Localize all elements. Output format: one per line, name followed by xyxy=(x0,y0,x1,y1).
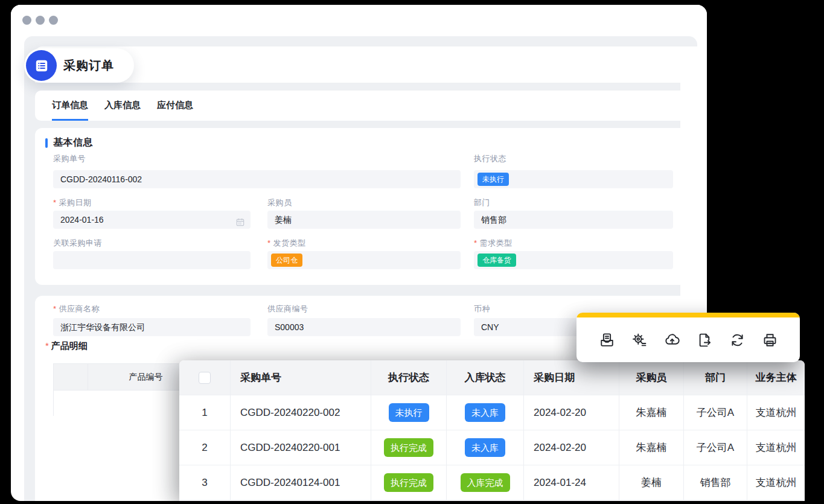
related-request-label: 关联采购申请 xyxy=(53,238,102,249)
page-title: 采购订单 xyxy=(63,57,114,74)
section-title: 基本信息 xyxy=(53,136,93,149)
toolbar-accent-bar xyxy=(576,313,800,317)
department-cell: 子公司A xyxy=(684,430,747,465)
print-icon[interactable] xyxy=(761,331,778,348)
supplier-name-input[interactable]: 浙江宇华设备有限公司 xyxy=(53,318,251,336)
exec-status-cell: 执行完成 xyxy=(371,465,447,500)
po-number-cell: CGDD-20240220-002 xyxy=(231,395,371,430)
business-entity-cell: 支道杭州 xyxy=(747,430,805,465)
po-number-cell: CGDD-20240124-001 xyxy=(231,465,371,500)
inbound-status-cell: 入库完成 xyxy=(447,465,524,500)
table-row[interactable]: 1CGDD-20240220-002未执行未入库2024-02-20朱嘉楠子公司… xyxy=(179,395,805,430)
section-header: 基本信息 xyxy=(45,136,93,149)
window-control-dot[interactable] xyxy=(36,16,45,25)
row-index: 3 xyxy=(179,465,231,500)
supplier-name-label: *供应商名称 xyxy=(53,304,100,314)
toolbar-icons xyxy=(576,317,800,362)
po-date-label: *采购日期 xyxy=(53,197,92,208)
department-label: 部门 xyxy=(474,197,490,208)
buyer-cell: 朱嘉楠 xyxy=(619,430,684,465)
demand-type-field[interactable]: 仓库备货 xyxy=(474,251,673,269)
buyer-input[interactable]: 姜楠 xyxy=(267,211,461,229)
archive-document-icon[interactable] xyxy=(598,331,615,348)
exec-status-field[interactable]: 未执行 xyxy=(474,170,673,188)
tab-bar: 订单信息入库信息应付信息 xyxy=(35,91,697,121)
department-cell: 子公司A xyxy=(684,395,747,430)
delivery-type-field[interactable]: 公司仓 xyxy=(267,251,461,269)
department-cell: 销售部 xyxy=(684,465,747,500)
screenshot-stage: 采购订单 订单信息入库信息应付信息 基本信息 采购单号 CGDD-2024011… xyxy=(0,0,824,504)
exec-status-label: 执行状态 xyxy=(474,153,506,164)
refresh-icon[interactable] xyxy=(729,331,746,348)
inbound-status-badge: 未入库 xyxy=(465,438,505,457)
business-entity-cell: 支道杭州 xyxy=(747,395,805,430)
inbound-status-cell: 未入库 xyxy=(447,395,524,430)
row-index: 1 xyxy=(179,395,231,430)
window-controls xyxy=(22,16,58,25)
po-no-input[interactable]: CGDD-20240116-002 xyxy=(53,170,461,188)
exec-status-badge: 执行完成 xyxy=(384,438,433,457)
column-header: 业务主体 xyxy=(747,360,805,395)
currency-label: 币种 xyxy=(474,304,490,314)
column-header: 执行状态 xyxy=(371,360,447,395)
basic-info-card: 基本信息 采购单号 CGDD-20240116-002 执行状态 未执行 *采购… xyxy=(35,128,697,285)
column-header: 部门 xyxy=(684,360,747,395)
select-all-header-cell xyxy=(179,360,231,395)
exec-status-badge: 未执行 xyxy=(477,173,509,186)
column-header: 采购单号 xyxy=(231,360,371,395)
order-list-icon xyxy=(26,50,57,81)
po-no-label: 采购单号 xyxy=(53,153,86,164)
settings-gear-icon[interactable] xyxy=(631,331,648,348)
window-control-dot[interactable] xyxy=(49,16,58,25)
po-date-cell: 2024-02-20 xyxy=(524,430,619,465)
related-request-input[interactable] xyxy=(53,251,251,269)
table-row[interactable]: 3CGDD-20240124-001执行完成入库完成2024-01-24姜楠销售… xyxy=(179,465,805,500)
buyer-cell: 朱嘉楠 xyxy=(619,395,684,430)
exec-status-cell: 未执行 xyxy=(371,395,447,430)
window-titlebar xyxy=(11,5,707,36)
tab-inbound-info[interactable]: 入库信息 xyxy=(104,91,141,121)
exec-status-cell: 执行完成 xyxy=(371,430,447,465)
exec-status-badge: 执行完成 xyxy=(384,473,433,492)
table-row[interactable]: 2CGDD-20240220-001执行完成未入库2024-02-20朱嘉楠子公… xyxy=(179,430,805,465)
demand-type-label: *需求类型 xyxy=(474,238,513,249)
supplier-no-input[interactable]: S00003 xyxy=(267,318,461,336)
tab-payable-info[interactable]: 应付信息 xyxy=(157,91,193,121)
page-title-pill: 采购订单 xyxy=(24,48,134,83)
floating-toolbar xyxy=(576,313,800,362)
product-detail-title: *产品明细 xyxy=(45,340,88,352)
orders-table-header-row: 采购单号执行状态入库状态采购日期采购员部门业务主体 xyxy=(179,360,805,395)
buyer-cell: 姜楠 xyxy=(619,465,684,500)
column-header: 采购员 xyxy=(619,360,684,395)
select-all-checkbox[interactable] xyxy=(199,372,211,384)
department-input[interactable]: 销售部 xyxy=(474,211,673,229)
hero-band xyxy=(35,46,697,83)
inbound-status-cell: 未入库 xyxy=(447,430,524,465)
buyer-label: 采购员 xyxy=(267,197,292,208)
section-accent-bar xyxy=(45,138,48,148)
column-header: 入库状态 xyxy=(447,360,524,395)
business-entity-cell: 支道杭州 xyxy=(747,465,805,500)
exec-status-badge: 未执行 xyxy=(389,403,429,422)
po-date-cell: 2024-01-24 xyxy=(524,465,619,500)
product-table-select-column xyxy=(54,364,88,390)
demand-type-badge: 仓库备货 xyxy=(477,254,516,267)
column-header: 采购日期 xyxy=(524,360,619,395)
cloud-upload-icon[interactable] xyxy=(663,331,680,348)
tab-order-info[interactable]: 订单信息 xyxy=(52,91,88,121)
window-control-dot[interactable] xyxy=(22,16,31,25)
supplier-no-label: 供应商编号 xyxy=(267,304,308,314)
delivery-type-label: *发货类型 xyxy=(267,238,306,249)
export-file-icon[interactable] xyxy=(696,331,713,348)
inbound-status-badge: 入库完成 xyxy=(461,473,510,492)
delivery-type-badge: 公司仓 xyxy=(271,254,302,267)
purchase-orders-table: 采购单号执行状态入库状态采购日期采购员部门业务主体1CGDD-20240220-… xyxy=(179,360,805,501)
row-index: 2 xyxy=(179,430,231,465)
po-number-cell: CGDD-20240220-001 xyxy=(231,430,371,465)
po-date-input[interactable]: 2024-01-16 xyxy=(53,211,251,229)
inbound-status-badge: 未入库 xyxy=(465,403,505,422)
po-date-cell: 2024-02-20 xyxy=(524,395,619,430)
calendar-icon xyxy=(235,215,245,229)
